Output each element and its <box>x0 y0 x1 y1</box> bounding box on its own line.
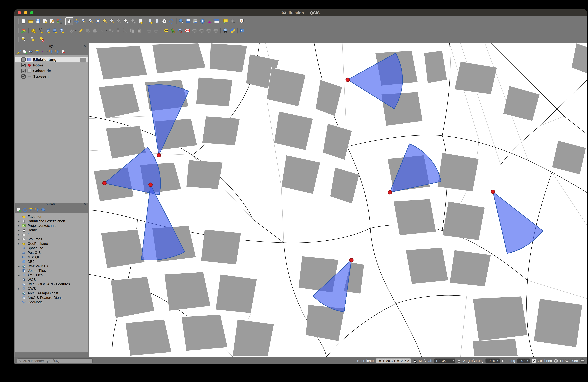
refresh-map-button[interactable] <box>168 18 175 25</box>
collapse-all-button[interactable] <box>54 49 60 55</box>
new-print-layout-button[interactable] <box>41 18 48 25</box>
rotation-spinner[interactable]: ▲▼ <box>527 359 529 362</box>
project-new-button[interactable] <box>20 18 27 25</box>
show-properties-button[interactable]: i <box>41 207 46 212</box>
browser-item-geopackage[interactable]: ▶GeoPackage <box>15 241 88 246</box>
remove-layer-button[interactable] <box>61 49 66 55</box>
layer-tree[interactable]: BlickrichtungFotosGebaeudeStrassen <box>15 55 88 203</box>
browser-item-db2[interactable]: DB2DB2 <box>15 259 88 264</box>
expander-icon[interactable]: ▶ <box>17 242 20 245</box>
deselect-all-button[interactable] <box>38 36 45 43</box>
pan-map-button[interactable] <box>65 17 73 25</box>
layer-visibility-checkbox[interactable] <box>21 57 26 62</box>
layer-diagrams-button[interactable] <box>169 27 177 34</box>
show-bookmarks-button[interactable] <box>154 18 161 25</box>
magnifier-field[interactable]: 100% ▲▼ <box>485 359 500 363</box>
new-geopackage-layer-button[interactable] <box>30 27 37 34</box>
zoom-last-button[interactable] <box>123 18 130 25</box>
layer-visibility-checkbox[interactable] <box>21 74 26 79</box>
layer-item-strassen[interactable]: Strassen <box>15 74 88 79</box>
browser-item-volumes[interactable]: ▶/Volumes <box>15 237 88 241</box>
highlight-pinned-labels-button[interactable]: abc <box>184 27 191 34</box>
zoom-full-button[interactable] <box>94 18 101 25</box>
select-features-button[interactable] <box>20 36 27 43</box>
new-spatial-bookmark-button[interactable] <box>147 18 154 25</box>
browser-item-wcs[interactable]: WCS <box>15 277 88 282</box>
zoom-to-layer-button[interactable] <box>108 18 116 25</box>
toggle-extents-icon[interactable] <box>413 359 417 363</box>
zoom-in-button[interactable] <box>80 18 87 25</box>
filter-browser-button[interactable] <box>28 207 34 212</box>
expander-icon[interactable]: ▶ <box>17 220 20 223</box>
browser-item-favoriten[interactable]: Favoriten <box>15 214 88 219</box>
select-features-by-value-dropdown-caret[interactable]: ▾ <box>36 38 38 41</box>
render-checkbox[interactable] <box>532 359 536 363</box>
browser-item-wfs-ogc-api-features[interactable]: WFS / OGC API - Features <box>15 282 88 286</box>
browser-item-mssql[interactable]: MSSQL <box>15 255 88 259</box>
crs-globe-icon[interactable] <box>554 359 558 363</box>
close-layers-panel-icon[interactable]: ✕ <box>83 44 87 48</box>
measure-line-button[interactable] <box>213 18 220 25</box>
browser-item-home[interactable]: ▶Home <box>15 228 88 232</box>
new-memory-layer-button[interactable] <box>51 27 58 34</box>
layer-item-blickrichtung[interactable]: Blickrichtung <box>15 57 88 62</box>
measure-line-dropdown-caret[interactable]: ▾ <box>220 19 222 23</box>
manage-map-themes-button[interactable] <box>28 49 34 55</box>
layer-visibility-checkbox[interactable] <box>21 69 26 73</box>
filter-by-expression-dropdown-caret[interactable]: ▾ <box>46 51 47 53</box>
refresh-button[interactable] <box>22 207 28 212</box>
deselect-all-dropdown-caret[interactable]: ▾ <box>45 38 47 41</box>
expander-icon[interactable]: ▶ <box>17 224 20 227</box>
add-selected-layers-button[interactable] <box>16 207 21 212</box>
browser-item-ows[interactable]: ▶OWS <box>15 286 88 291</box>
filter-by-expression-button[interactable]: ε <box>41 49 46 55</box>
new-shapefile-layer-button[interactable] <box>37 27 44 34</box>
field-calculator-button[interactable]: Σ <box>206 18 213 25</box>
new-virtual-layer-button[interactable] <box>58 27 65 34</box>
crs-value[interactable]: EPSG:2056 <box>560 359 578 363</box>
expander-icon[interactable]: ▶ <box>17 238 20 241</box>
zoom-out-button[interactable] <box>87 18 94 25</box>
identify-features-button[interactable]: i <box>178 18 185 25</box>
rotation-field[interactable]: 0,0 ° ▲▼ <box>517 359 530 363</box>
browser-item-r-umliche-lesezeichen[interactable]: ▶Räumliche Lesezeichen <box>15 219 88 223</box>
layer-item-fotos[interactable]: Fotos <box>15 62 88 68</box>
browser-tree[interactable]: Favoriten▶Räumliche Lesezeichen▶Projektv… <box>15 213 88 352</box>
layer-item-gebaeude[interactable]: Gebaeude <box>15 68 88 74</box>
browser-item-postgis[interactable]: PostGIS <box>15 250 88 255</box>
processing-toolbox-button[interactable] <box>199 18 206 25</box>
show-layout-manager-button[interactable] <box>48 18 55 25</box>
project-open-button[interactable] <box>27 18 34 25</box>
data-source-manager-button[interactable] <box>20 27 27 34</box>
select-features-dropdown-caret[interactable]: ▾ <box>27 38 29 41</box>
open-attribute-table-button[interactable] <box>185 18 192 25</box>
zoom-to-selection-button[interactable] <box>101 18 108 25</box>
python-console-button[interactable] <box>229 27 236 34</box>
browser-item-arcgis-feature-dienst[interactable]: ArcGIS-Feature-Dienst <box>15 295 88 300</box>
expander-icon[interactable]: ▶ <box>17 274 20 277</box>
add-group-button[interactable] <box>22 49 28 55</box>
style-manager-button[interactable]: a <box>55 18 63 25</box>
messages-button[interactable]: ••• <box>580 358 585 363</box>
expand-all-button[interactable] <box>48 49 54 55</box>
temporal-controller-button[interactable] <box>161 18 168 25</box>
browser-item-wms-wmts[interactable]: ▶WMS/WMTS <box>15 264 88 268</box>
browser-item-projektverzeichnis[interactable]: ▶Projektverzeichnis <box>15 223 88 228</box>
expander-icon[interactable]: ▶ <box>17 229 20 232</box>
browser-item-arcgis-map-dienst[interactable]: ArcGIS-Map-Dienst <box>15 291 88 295</box>
pan-to-selection-button[interactable] <box>73 18 80 25</box>
text-annotation-dropdown-caret[interactable]: ▾ <box>245 19 247 23</box>
select-features-by-value-button[interactable] <box>29 36 36 43</box>
filter-legend-button[interactable] <box>34 49 40 55</box>
map-canvas[interactable] <box>89 43 587 357</box>
locator-search-input[interactable]: Zu suchender Typ (⌘K) <box>17 358 93 363</box>
metasearch-button[interactable] <box>222 27 229 34</box>
new-spatialite-layer-button[interactable] <box>44 27 51 34</box>
browser-item-xyz-tiles[interactable]: ▶XYZ Tiles <box>15 273 88 277</box>
memory-layer-indicator-icon[interactable] <box>80 57 86 62</box>
browser-item-spatialite[interactable]: SpatiaLite <box>15 246 88 250</box>
statistical-summary-button[interactable] <box>192 18 199 25</box>
close-browser-panel-icon[interactable]: ✕ <box>83 202 87 206</box>
browser-item-geonode[interactable]: GeoNode <box>15 300 88 305</box>
expander-icon[interactable]: ▶ <box>17 287 20 290</box>
